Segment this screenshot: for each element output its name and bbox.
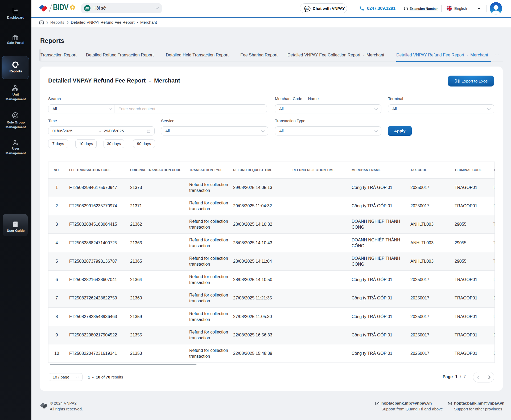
svg-text:Zalo: Zalo bbox=[305, 8, 310, 10]
